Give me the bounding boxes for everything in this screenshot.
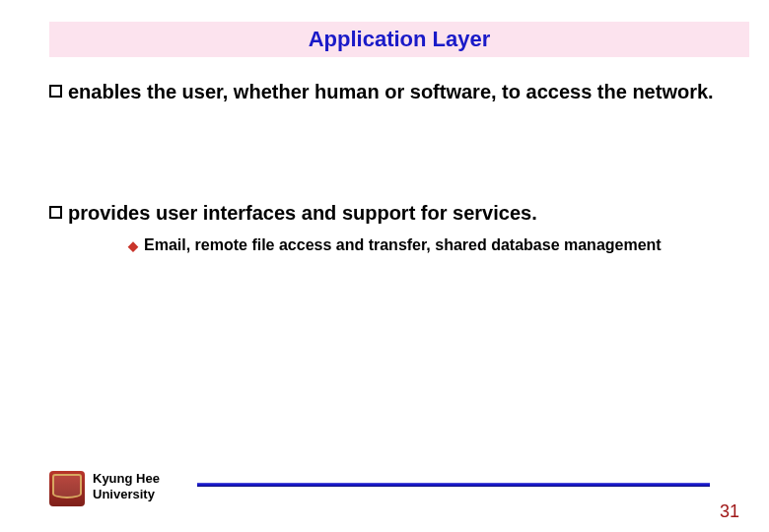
slide: Application Layer enables the user, whet…	[0, 0, 769, 532]
shield-icon	[49, 471, 85, 506]
institution-line1: Kyung Hee	[93, 471, 160, 486]
bullet-point: enables the user, whether human or softw…	[49, 79, 741, 105]
title-band: Application Layer	[49, 22, 749, 57]
spacer	[49, 111, 741, 200]
university-logo	[49, 471, 85, 506]
square-bullet-icon	[49, 206, 62, 219]
square-bullet-icon	[49, 85, 62, 98]
slide-title: Application Layer	[309, 27, 491, 52]
institution-line2: University	[93, 487, 155, 501]
diamond-bullet-icon: ◆	[128, 238, 138, 253]
page-number: 31	[720, 501, 739, 522]
institution-name: Kyung Hee University	[93, 471, 160, 503]
sub-bullet-text: Email, remote file access and transfer, …	[144, 236, 662, 254]
bullet-text: enables the user, whether human or softw…	[68, 79, 741, 105]
bullet-point: provides user interfaces and support for…	[49, 200, 741, 227]
sub-bullet-point: ◆ Email, remote file access and transfer…	[128, 236, 741, 254]
footer-divider	[197, 483, 710, 487]
footer: Kyung Hee University 31	[49, 465, 749, 518]
bullet-text: provides user interfaces and support for…	[68, 200, 741, 227]
content-area: enables the user, whether human or softw…	[49, 79, 741, 254]
